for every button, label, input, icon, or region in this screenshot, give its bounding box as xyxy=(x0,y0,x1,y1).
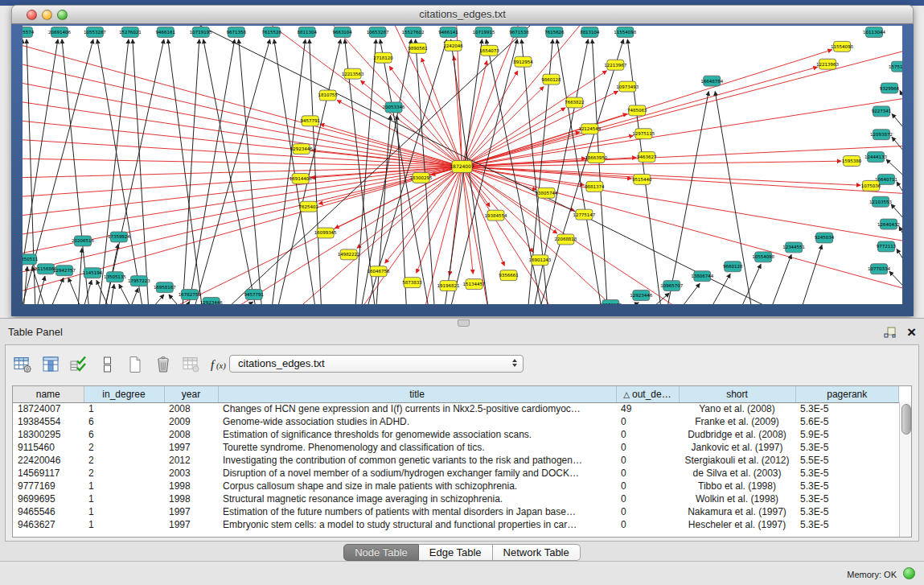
graph-node[interactable]: 9772113 xyxy=(877,241,897,252)
table-cell[interactable]: 9463627 xyxy=(13,518,84,531)
table-cell[interactable]: 2003 xyxy=(164,467,218,480)
table-cell[interactable]: Estimation of significance thresholds fo… xyxy=(218,428,616,441)
table-row[interactable]: 977716911998Corpus callosum shape and si… xyxy=(13,480,899,492)
table-cell[interactable]: 9699695 xyxy=(13,492,84,505)
table-cell[interactable]: Franke et al. (2009) xyxy=(679,415,795,428)
table-cell[interactable]: 2008 xyxy=(164,428,218,441)
graph-node[interactable]: 16958167 xyxy=(154,282,176,293)
graph-node[interactable]: 9466161 xyxy=(156,27,175,37)
graph-node[interactable]: 10770334 xyxy=(868,264,890,274)
float-panel-icon[interactable] xyxy=(884,326,897,339)
graph-node[interactable]: 10113044 xyxy=(863,27,885,37)
row-height-icon[interactable] xyxy=(97,354,117,375)
graph-node[interactable]: 16099345 xyxy=(314,228,337,238)
graph-node[interactable]: 9671358 xyxy=(227,27,247,37)
table-cell[interactable]: 49 xyxy=(616,402,679,415)
zoom-window-button[interactable] xyxy=(57,10,68,20)
graph-node[interactable]: 1405574 xyxy=(23,27,35,37)
table-scrollbar-thumb[interactable] xyxy=(901,404,911,435)
graph-node[interactable]: 10554098 xyxy=(752,252,774,262)
graph-node[interactable]: 12923446 xyxy=(290,144,313,154)
table-cell[interactable]: Tibbo et al. (1998) xyxy=(679,480,795,492)
table-cell[interactable]: 1997 xyxy=(164,518,218,531)
table-cell[interactable]: 1 xyxy=(84,480,164,492)
graph-node[interactable]: 15527602 xyxy=(402,27,425,37)
graph-node[interactable]: 7663822 xyxy=(565,97,584,108)
graph-node[interactable]: 9881374 xyxy=(585,181,605,192)
graph-node[interactable]: 15751874 xyxy=(889,61,902,72)
table-cell[interactable]: 1998 xyxy=(164,480,218,492)
graph-node[interactable]: 16648784 xyxy=(700,76,723,86)
table-cell[interactable]: Investigating the contribution of common… xyxy=(218,454,616,467)
graph-node[interactable]: 15276021 xyxy=(119,27,142,37)
table-cell[interactable]: 5.3E-5 xyxy=(795,505,899,518)
close-panel-icon[interactable]: × xyxy=(907,327,916,338)
column-header-short[interactable]: short xyxy=(679,386,795,402)
table-cell[interactable]: 2012 xyxy=(164,454,218,467)
table-cell[interactable]: 2 xyxy=(84,467,164,480)
graph-node[interactable]: 9329966 xyxy=(880,83,900,93)
graph-node[interactable]: 20053346 xyxy=(383,102,405,113)
graph-node[interactable]: 9663104 xyxy=(332,27,352,37)
table-cell[interactable]: 0 xyxy=(616,454,679,467)
graph-node[interactable]: 9860128 xyxy=(541,74,561,84)
graph-node[interactable]: 7615526 xyxy=(262,27,282,37)
graph-node[interactable]: 12213563 xyxy=(342,68,364,79)
graph-node[interactable]: 9463627 xyxy=(637,152,657,163)
graph-node[interactable]: 18663950 xyxy=(585,153,607,163)
graph-node[interactable]: 16914406 xyxy=(290,173,312,183)
table-cell[interactable]: Changes of HCN gene expression and I(f) … xyxy=(218,402,616,415)
table-cell[interactable]: 0 xyxy=(616,518,679,531)
graph-node[interactable]: 9671538 xyxy=(509,27,529,37)
graph-node[interactable]: 12444133 xyxy=(864,152,887,163)
graph-node[interactable]: 19196821 xyxy=(437,281,460,291)
graph-node[interactable]: 16046756 xyxy=(368,266,390,277)
table-cell[interactable]: 1 xyxy=(84,402,164,415)
graph-node[interactable]: 1145194 xyxy=(83,268,103,278)
table-cell[interactable]: 5.6E-5 xyxy=(795,415,899,428)
graph-node[interactable]: 9457791 xyxy=(244,290,264,300)
table-cell[interactable]: Dudbridge et al. (2008) xyxy=(679,428,795,441)
table-cell[interactable]: 18724007 xyxy=(13,402,84,415)
graph-node[interactable]: 12942757 xyxy=(53,266,76,276)
table-cell[interactable]: 0 xyxy=(616,428,679,441)
table-cell[interactable]: 5.3E-5 xyxy=(795,480,899,492)
graph-node[interactable]: 8811304 xyxy=(297,27,317,37)
column-header-name[interactable]: name xyxy=(13,386,84,402)
table-cell[interactable]: 5.3E-5 xyxy=(795,402,899,415)
graph-node[interactable]: 9227341 xyxy=(872,106,891,117)
graph-node[interactable]: 13805744 xyxy=(535,187,557,198)
close-window-button[interactable] xyxy=(27,10,37,20)
table-row[interactable]: 946554611997Estimation of the future num… xyxy=(13,505,899,518)
table-selector-dropdown[interactable]: citations_edges.txt xyxy=(229,355,524,373)
table-cell[interactable]: 0 xyxy=(616,492,679,505)
table-cell[interactable]: 5.5E-5 xyxy=(795,454,899,467)
graph-node[interactable]: 12103553 xyxy=(869,196,892,207)
graph-node[interactable]: 1810755 xyxy=(318,90,337,101)
table-cell[interactable]: 6 xyxy=(84,428,164,441)
graph-node[interactable]: 12213967 xyxy=(604,60,626,70)
graph-node[interactable]: 10653287 xyxy=(367,27,389,37)
graph-node[interactable]: 12640432 xyxy=(877,219,900,229)
table-cell[interactable]: 1997 xyxy=(164,441,218,454)
table-cell[interactable]: Yano et al. (2008) xyxy=(679,402,795,415)
table-cell[interactable]: Estimation of the future numbers of pati… xyxy=(218,505,616,518)
graph-node[interactable]: 9245034 xyxy=(815,233,835,243)
graph-node[interactable]: 9356661 xyxy=(499,270,518,281)
graph-node[interactable]: 2718120 xyxy=(373,52,393,63)
table-cell[interactable]: Nakamura et al. (1997) xyxy=(679,505,795,518)
table-cell[interactable]: 1998 xyxy=(164,492,218,505)
graph-node[interactable]: 20691406 xyxy=(48,27,71,37)
graph-node[interactable]: 9515440 xyxy=(632,174,652,184)
table-cell[interactable]: 0 xyxy=(616,415,679,428)
table-cell[interactable]: 2009 xyxy=(164,415,218,428)
table-cell[interactable]: 5.3E-5 xyxy=(795,441,899,454)
table-cell[interactable]: 5.3E-5 xyxy=(795,518,899,531)
graph-node[interactable]: 13505135 xyxy=(104,272,126,282)
table-row[interactable]: 1456911722003Disruption of a novel membe… xyxy=(13,467,899,480)
table-cell[interactable]: de Silva et al. (2003) xyxy=(679,467,795,480)
graph-node[interactable]: 12093872 xyxy=(870,130,893,140)
graph-node[interactable]: 12923446 xyxy=(630,290,652,301)
column-header-year[interactable]: year xyxy=(164,386,218,402)
table-cell[interactable]: 6 xyxy=(84,415,164,428)
